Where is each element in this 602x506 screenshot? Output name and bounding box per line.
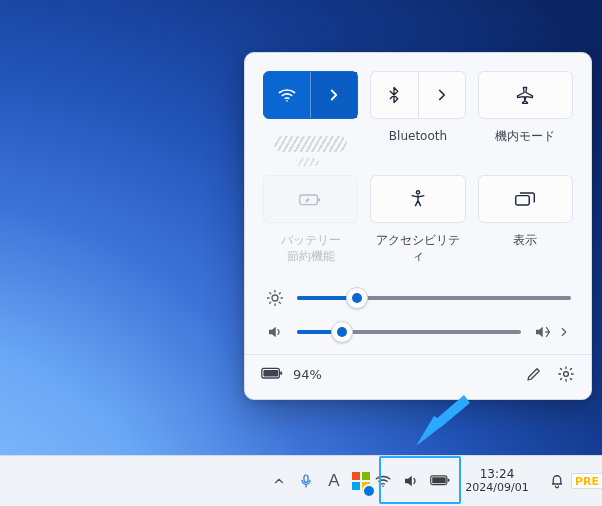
tray-microsoft-icon[interactable] bbox=[348, 456, 374, 506]
battery-saver-tile-label: バッテリー 節約機能 bbox=[263, 229, 358, 274]
svg-point-3 bbox=[416, 191, 419, 194]
notification-dot-icon bbox=[362, 484, 376, 498]
svg-rect-12 bbox=[304, 475, 308, 482]
volume-icon bbox=[265, 323, 285, 341]
wifi-icon bbox=[374, 472, 392, 490]
ime-indicator[interactable]: A bbox=[320, 456, 348, 506]
project-tile-label: 表示 bbox=[478, 229, 573, 274]
battery-saver-tile bbox=[263, 175, 358, 223]
battery-status-button[interactable]: 94% bbox=[261, 366, 322, 382]
settings-button[interactable] bbox=[557, 365, 575, 383]
bluetooth-tile[interactable] bbox=[370, 71, 465, 119]
audio-output-icon bbox=[533, 323, 551, 341]
wifi-toggle[interactable] bbox=[264, 72, 310, 118]
brightness-row bbox=[265, 288, 571, 308]
svg-rect-7 bbox=[280, 372, 282, 375]
tray-overflow-button[interactable] bbox=[266, 456, 292, 506]
volume-thumb[interactable] bbox=[331, 321, 353, 343]
battery-pct-label: 94% bbox=[293, 367, 322, 382]
clock-date-text: 2024/09/01 bbox=[465, 482, 528, 495]
airplane-tile-label: 機内モード bbox=[478, 125, 573, 169]
brightness-icon bbox=[265, 289, 285, 307]
accessibility-icon bbox=[408, 189, 428, 209]
tray-microphone-button[interactable] bbox=[292, 456, 320, 506]
svg-rect-2 bbox=[318, 198, 320, 201]
svg-point-13 bbox=[382, 486, 384, 488]
bell-icon bbox=[548, 472, 566, 490]
battery-icon bbox=[261, 366, 285, 382]
bluetooth-icon bbox=[385, 86, 403, 104]
notifications-button[interactable] bbox=[542, 456, 572, 506]
bluetooth-toggle[interactable] bbox=[371, 72, 417, 118]
wifi-icon bbox=[277, 85, 297, 105]
battery-icon bbox=[430, 474, 452, 488]
quick-settings-panel: Bluetooth 機内モード バッテリー 節約 bbox=[244, 52, 592, 400]
svg-point-9 bbox=[564, 372, 569, 377]
airplane-icon bbox=[515, 85, 535, 105]
airplane-mode-tile[interactable] bbox=[478, 71, 573, 119]
wifi-tile[interactable] bbox=[263, 71, 358, 119]
volume-row bbox=[265, 322, 571, 342]
pre-badge-label: PRE bbox=[571, 473, 602, 489]
chevron-right-icon bbox=[325, 86, 343, 104]
microphone-icon bbox=[298, 473, 314, 489]
accessibility-tile-label: アクセシビリティ bbox=[370, 229, 465, 274]
accessibility-tile[interactable] bbox=[370, 175, 465, 223]
chevron-right-icon bbox=[433, 86, 451, 104]
svg-rect-15 bbox=[448, 479, 450, 482]
svg-point-0 bbox=[286, 100, 288, 102]
bluetooth-tile-label: Bluetooth bbox=[370, 125, 465, 169]
quick-settings-footer: 94% bbox=[245, 354, 591, 391]
svg-rect-8 bbox=[263, 370, 278, 376]
project-display-icon bbox=[514, 189, 536, 209]
taskbar: A 13:24 2024/09/01 bbox=[0, 455, 602, 506]
bluetooth-expand[interactable] bbox=[418, 72, 465, 118]
svg-rect-4 bbox=[516, 196, 530, 205]
volume-icon bbox=[402, 472, 420, 490]
battery-leaf-icon bbox=[299, 189, 323, 209]
edit-quick-settings-button[interactable] bbox=[525, 365, 543, 383]
wifi-tile-label bbox=[263, 125, 358, 169]
ime-mode-label: A bbox=[328, 471, 339, 491]
clock-time: 13:24 bbox=[480, 468, 515, 482]
system-tray-group[interactable] bbox=[374, 456, 452, 506]
brightness-thumb[interactable] bbox=[346, 287, 368, 309]
chevron-right-icon bbox=[557, 325, 571, 339]
wifi-expand[interactable] bbox=[310, 72, 357, 118]
project-tile[interactable] bbox=[478, 175, 573, 223]
insider-pre-badge[interactable]: PRE bbox=[572, 456, 602, 506]
volume-slider[interactable] bbox=[297, 322, 521, 342]
redacted-wifi-name bbox=[274, 136, 347, 152]
clock-date[interactable]: 13:24 2024/09/01 bbox=[452, 456, 542, 506]
pencil-icon bbox=[525, 365, 543, 383]
svg-rect-16 bbox=[432, 477, 446, 483]
chevron-up-icon bbox=[272, 474, 286, 488]
gear-icon bbox=[557, 365, 575, 383]
quick-settings-tiles: Bluetooth 機内モード バッテリー 節約 bbox=[263, 71, 573, 274]
brightness-slider[interactable] bbox=[297, 288, 571, 308]
audio-output-selector[interactable] bbox=[533, 323, 571, 341]
svg-point-5 bbox=[272, 295, 278, 301]
